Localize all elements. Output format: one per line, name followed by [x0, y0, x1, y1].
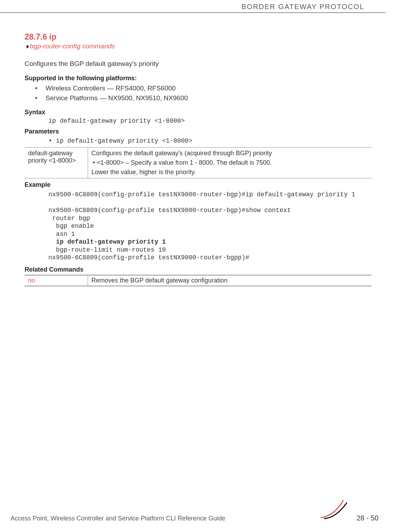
list-item: Service Platforms — NX9500, NX9510, NX96…: [35, 93, 371, 103]
syntax-code: ip default-gateway priority <1-8000>: [48, 117, 371, 124]
code-line: router bgp: [48, 215, 90, 222]
supported-list: Wireless Controllers — RFS4000, RFS6000 …: [35, 83, 371, 103]
parameters-table: default-gateway priority <1-8000> Config…: [25, 147, 371, 178]
section-heading: 28.7.6 ip: [25, 32, 371, 42]
related-desc: Removes the BGP default gateway configur…: [88, 275, 371, 286]
code-line: asn 1: [48, 231, 75, 238]
table-row: default-gateway priority <1-8000> Config…: [25, 148, 371, 178]
param-desc: Configures the default gateway's (acquir…: [88, 148, 371, 178]
table-row: no Removes the BGP default gateway confi…: [25, 275, 371, 286]
syntax-heading: Syntax: [25, 109, 371, 116]
swoosh-icon: [319, 498, 350, 519]
related-table: no Removes the BGP default gateway confi…: [25, 275, 371, 286]
param-desc-line: Configures the default gateway's (acquir…: [92, 150, 368, 157]
related-command[interactable]: no: [25, 275, 88, 286]
param-desc-line: Lower the value, higher is the priority.: [92, 169, 368, 176]
example-code: nx9500-6C8809(config-profile testNX9000-…: [48, 191, 371, 262]
page-header: BORDER GATEWAY PROTOCOL: [0, 0, 385, 13]
supported-heading: Supported in the following platforms:: [25, 75, 371, 82]
code-line: bgp-route-limit num-routes 10: [48, 246, 166, 253]
page-footer: Access Point, Wireless Controller and Se…: [0, 514, 396, 522]
param-name: default-gateway priority <1-8000>: [25, 148, 88, 178]
header-title: BORDER GATEWAY PROTOCOL: [242, 3, 365, 11]
page-number: 28 - 50: [357, 514, 378, 522]
param-desc-bullet: <1-8000> – Specify a value from 1 - 8000…: [92, 157, 368, 169]
parameters-heading: Parameters: [25, 128, 371, 135]
code-line: nx9500-6C8809(config-profile testNX9000-…: [48, 191, 355, 198]
code-line: nx9500-6C8809(config-profile testNX9000-…: [48, 207, 291, 214]
code-line-highlight: ip default-gateway priority 1: [48, 238, 166, 245]
example-heading: Example: [25, 181, 371, 189]
chevron-right-icon: [27, 45, 29, 48]
section-description: Configures the BGP default gateway's pri…: [25, 60, 371, 68]
breadcrumb-text: bgp-router-config commands: [30, 42, 115, 50]
footer-guide: Access Point, Wireless Controller and Se…: [11, 515, 225, 522]
list-item: Wireless Controllers — RFS4000, RFS6000: [35, 83, 371, 93]
related-heading: Related Commands: [25, 266, 371, 273]
code-line: bgp enable: [48, 223, 94, 230]
parameters-code: ip default-gateway priority <1-8000>: [48, 137, 371, 144]
content-area: 28.7.6 ip bgp-router-config commands Con…: [0, 13, 396, 286]
breadcrumb[interactable]: bgp-router-config commands: [27, 42, 371, 50]
code-line: nx9500-6C8809(config-profile testNX9000-…: [48, 254, 249, 261]
